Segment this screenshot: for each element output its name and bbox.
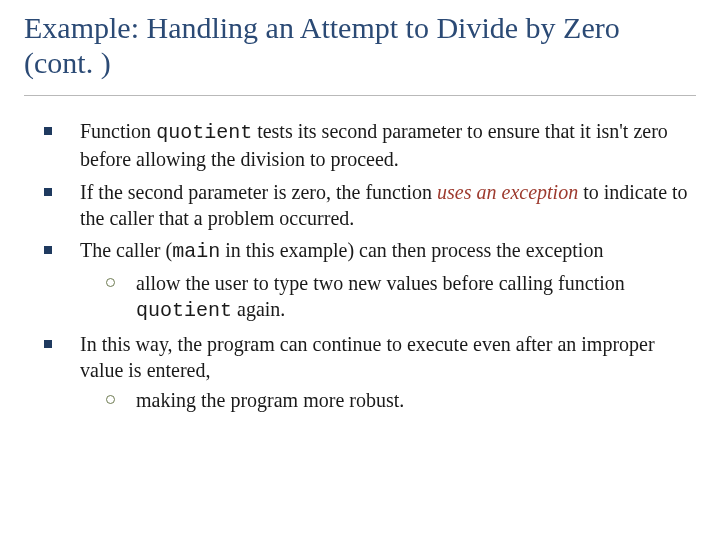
bullet-item: The caller (main in this example) can th… [42,237,692,324]
bullet-text: in this example) can then process the ex… [220,239,603,261]
sub-list: making the program more robust. [80,387,692,413]
bullet-item: Function quotient tests its second param… [42,118,692,173]
code-main: main [172,240,220,263]
sub-list: allow the user to type two new values be… [80,270,692,325]
bullet-list: Function quotient tests its second param… [24,118,696,414]
bullet-item: In this way, the program can continue to… [42,331,692,414]
bullet-item: If the second parameter is zero, the fun… [42,179,692,232]
bullet-text: The caller ( [80,239,172,261]
bullet-text: Function [80,120,156,142]
slide-title: Example: Handling an Attempt to Divide b… [24,10,696,96]
slide: Example: Handling an Attempt to Divide b… [0,0,720,540]
sub-text: making the program more robust. [136,389,404,411]
emphasis-uses-exception: uses an exception [437,181,578,203]
sub-item: making the program more robust. [106,387,692,413]
bullet-text: In this way, the program can continue to… [80,333,655,381]
code-quotient: quotient [156,121,252,144]
sub-item: allow the user to type two new values be… [106,270,692,325]
code-quotient: quotient [136,299,232,322]
sub-text: allow the user to type two new values be… [136,272,625,294]
bullet-text: If the second parameter is zero, the fun… [80,181,437,203]
sub-text: again. [232,298,285,320]
